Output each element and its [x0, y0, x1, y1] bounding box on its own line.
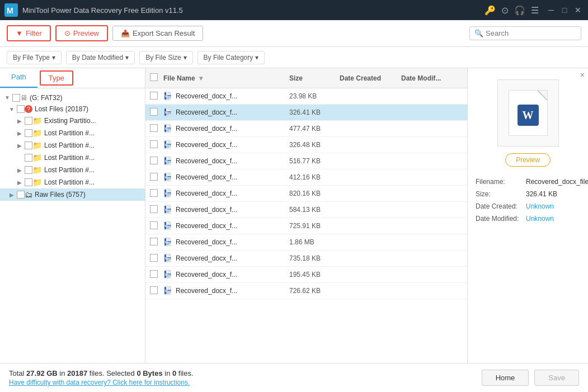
drive-icon: 🖥 [20, 93, 27, 102]
row-filename-col: W Recovered_docx_f... [163, 205, 289, 215]
table-row[interactable]: W Recovered_docx_f... 725.91 KB [145, 218, 467, 234]
svg-rect-52 [168, 189, 171, 191]
row-size: 23.98 KB [289, 92, 340, 100]
lp2-label: Lost Partition #... [44, 141, 95, 149]
checkbox-lp4[interactable] [25, 166, 32, 174]
row-checkbox-9[interactable] [150, 238, 158, 245]
tree-node-raw[interactable]: ▶ 🗂 Raw Files (5757) [0, 188, 145, 201]
tree-node-lp2[interactable]: ▶ 📁 Lost Partition #... [0, 139, 145, 152]
expand-icon-raw[interactable]: ▶ [8, 191, 16, 199]
svg-rect-55 [166, 196, 170, 197]
checkbox-lp2[interactable] [25, 141, 32, 149]
expand-icon-lp5[interactable]: ▶ [16, 178, 23, 186]
search-input[interactable] [486, 29, 575, 37]
table-row[interactable]: W Recovered_docx_f... 195.45 KB [145, 267, 467, 283]
row-checkbox-7[interactable] [150, 205, 158, 213]
preview-button[interactable]: ⊙ Preview [55, 25, 108, 41]
row-checkbox-4[interactable] [150, 157, 158, 164]
row-filename: Recovered_docx_f... [176, 222, 237, 230]
table-row[interactable]: W Recovered_docx_f... 726.62 KB [145, 283, 467, 299]
key-icon[interactable]: 🔑 [484, 5, 496, 16]
search-box[interactable]: 🔍 [469, 26, 581, 40]
row-checkbox-6[interactable] [150, 189, 158, 197]
row-checkbox-12[interactable] [150, 286, 158, 294]
checkbox-existing[interactable] [25, 117, 32, 125]
filter-date-modified[interactable]: By Date Modified ▾ [66, 51, 135, 64]
save-button[interactable]: Save [534, 370, 579, 386]
table-row[interactable]: W Recovered_docx_f... 326.48 KB [145, 137, 467, 153]
table-row[interactable]: W Recovered_docx_f... 477.47 KB [145, 121, 467, 137]
header-filename: File Name ▾ [163, 74, 289, 82]
table-row[interactable]: W Recovered_docx_f... 326.41 KB [145, 105, 467, 121]
menu-icon[interactable]: ☰ [531, 5, 539, 16]
export-button[interactable]: 📤 Export Scan Result [112, 26, 203, 41]
headphone-icon[interactable]: 🎧 [514, 5, 525, 16]
maximize-button[interactable]: □ [559, 4, 570, 16]
checkbox-raw[interactable] [17, 191, 25, 199]
tree-node-existing[interactable]: ▶ 📁 Existing Partitio... [0, 115, 145, 127]
svg-rect-31 [166, 147, 170, 148]
table-row[interactable]: W Recovered_docx_f... 820.16 KB [145, 186, 467, 202]
checkbox-lost[interactable] [17, 105, 25, 113]
tree-node-lp1[interactable]: ▶ 📁 Lost Partition #... [0, 127, 145, 139]
expand-icon-drive[interactable]: ▼ [3, 94, 11, 102]
table-row[interactable]: W Recovered_docx_f... 1.86 MB [145, 234, 467, 251]
svg-text:W: W [165, 159, 168, 163]
title-bar-icons: 🔑 ⊙ 🎧 ☰ [484, 5, 539, 16]
close-panel-button[interactable]: × [580, 70, 585, 79]
tree-node-drive[interactable]: ▼ 🖥 (G: FAT32) [0, 92, 145, 103]
row-checkbox-1[interactable] [150, 108, 158, 116]
table-row[interactable]: W Recovered_docx_f... 584.13 KB [145, 202, 467, 218]
sort-icon[interactable]: ▾ [199, 74, 203, 82]
help-link[interactable]: Have difficulty with data recovery? Clic… [9, 379, 194, 386]
preview-action-button[interactable]: Preview [505, 153, 551, 167]
tree-node-lp4[interactable]: ▶ 📁 Lost Partition #... [0, 164, 145, 176]
home-button[interactable]: Home [482, 370, 529, 386]
expand-icon-lp4[interactable]: ▶ [16, 166, 23, 174]
header-date-modified: Date Modif... [401, 74, 463, 82]
tab-type[interactable]: Type [40, 70, 73, 86]
row-checkbox-2[interactable] [150, 124, 158, 132]
tree-node-lp3[interactable]: 📁 Lost Partition #... [0, 152, 145, 164]
row-size: 735.18 KB [289, 254, 340, 262]
checkbox-drive[interactable] [12, 94, 20, 102]
row-checkbox-col [150, 108, 163, 117]
file-type-icon: W [163, 237, 173, 247]
tree-node-lp5[interactable]: ▶ 📁 Lost Partition #... [0, 176, 145, 188]
status-buttons: Home Save [482, 370, 579, 386]
checkbox-lp1[interactable] [25, 129, 32, 137]
row-checkbox-10[interactable] [150, 254, 158, 262]
expand-icon-lp2[interactable]: ▶ [16, 141, 23, 149]
svg-text:W: W [165, 127, 168, 130]
close-button[interactable]: ✕ [572, 4, 584, 16]
table-row[interactable]: W Recovered_docx_f... 735.18 KB [145, 251, 467, 267]
tab-path[interactable]: Path [0, 68, 37, 88]
tree-node-lost[interactable]: ▼ ? Lost Files (20187) [0, 103, 145, 115]
filter-file-type[interactable]: By File Type ▾ [7, 51, 62, 64]
row-checkbox-8[interactable] [150, 221, 158, 229]
circle-icon[interactable]: ⊙ [501, 5, 509, 16]
minimize-button[interactable]: ─ [545, 4, 557, 16]
expand-icon-lost[interactable]: ▼ [8, 105, 16, 113]
checkbox-lp5[interactable] [25, 178, 32, 186]
row-checkbox-0[interactable] [150, 92, 158, 100]
table-row[interactable]: W Recovered_docx_f... 23.98 KB [145, 88, 467, 105]
expand-icon-lp1[interactable]: ▶ [16, 129, 23, 137]
right-panel: × W Preview Filename: Rec [468, 68, 588, 363]
row-filename: Recovered_docx_f... [176, 92, 237, 100]
preview-area: W Preview [468, 68, 588, 172]
table-row[interactable]: W Recovered_docx_f... 516.77 KB [145, 153, 467, 169]
expand-icon-existing[interactable]: ▶ [16, 117, 23, 125]
checkbox-lp3[interactable] [25, 154, 32, 162]
row-checkbox-5[interactable] [150, 173, 158, 181]
filter-file-size[interactable]: By File Size ▾ [139, 51, 192, 64]
file-type-icon: W [163, 205, 173, 215]
row-checkbox-3[interactable] [150, 140, 158, 148]
filter-file-category[interactable]: By File Category ▾ [197, 51, 265, 64]
select-all-checkbox[interactable] [150, 73, 158, 81]
row-filename: Recovered_docx_f... [176, 108, 237, 116]
filter-button[interactable]: ▼ Filter [7, 25, 51, 41]
file-type-label: By File Type [13, 54, 50, 62]
table-row[interactable]: W Recovered_docx_f... 412.16 KB [145, 169, 467, 186]
row-checkbox-11[interactable] [150, 270, 158, 278]
